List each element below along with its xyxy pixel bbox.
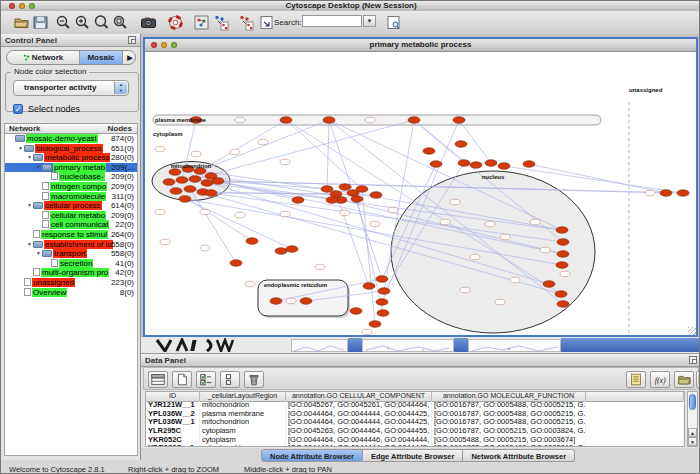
tab-edge-attribute-browser[interactable]: Edge Attribute Browser [363, 449, 463, 462]
unselected-node[interactable] [460, 287, 470, 293]
unselected-node[interactable] [230, 149, 240, 155]
table-row[interactable]: YDR039C__1mitochondrion[GO:0044464, GO:0… [146, 444, 684, 447]
network-node[interactable] [377, 310, 389, 317]
network-node[interactable] [275, 248, 287, 255]
unselected-node[interactable] [362, 329, 372, 335]
zoom-selected-icon[interactable] [112, 14, 129, 31]
tab-node-attribute-browser[interactable]: Node Attribute Browser [261, 449, 363, 462]
network-node[interactable] [498, 163, 510, 170]
network-node[interactable] [170, 188, 182, 195]
tree-item-transport[interactable]: ▼transport558(0) [5, 249, 137, 259]
layout-blue-nodes-icon[interactable] [213, 14, 230, 31]
unselected-node[interactable] [388, 207, 398, 213]
disclosure-triangle-icon[interactable]: ▼ [26, 201, 33, 211]
network-node[interactable] [543, 281, 555, 288]
network-node[interactable] [330, 191, 342, 198]
network-node[interactable] [556, 227, 568, 234]
network-node[interactable] [212, 178, 224, 185]
disclosure-triangle-icon[interactable]: ▼ [35, 163, 42, 173]
tree-item-response-to-stimul[interactable]: response to stimul264(0) [5, 230, 137, 240]
save-icon[interactable] [32, 14, 49, 31]
unselected-node[interactable] [200, 245, 210, 251]
unselected-node[interactable] [540, 247, 550, 253]
unselected-node[interactable] [258, 139, 268, 145]
network-node[interactable] [557, 239, 569, 246]
tree-item-metabolic-process[interactable]: ▼metabolic process280(0) [5, 153, 137, 163]
network-node[interactable] [423, 148, 435, 155]
network-node[interactable] [300, 298, 312, 305]
table-row[interactable]: YJR121W__1mitochondrion[GO:0045267, GO:0… [146, 401, 684, 410]
unselected-node[interactable] [485, 221, 495, 227]
unselected-node[interactable] [160, 239, 170, 245]
network-edge[interactable] [200, 120, 329, 171]
network-node[interactable] [660, 190, 672, 197]
network-node[interactable] [430, 161, 442, 168]
network-node[interactable] [458, 160, 470, 167]
network-node[interactable] [408, 117, 420, 124]
network-node[interactable] [280, 117, 292, 124]
network-node[interactable] [246, 238, 258, 245]
network-edge[interactable] [185, 199, 292, 249]
tree-item-cellular-process[interactable]: ▼cellular process614(0) [5, 201, 137, 211]
select-attributes-checklist-icon[interactable] [196, 371, 216, 388]
node-color-dropdown[interactable]: transporter activity ▲▼ [13, 80, 129, 96]
annotation-notes-icon[interactable] [626, 371, 646, 388]
zoom-out-icon[interactable] [55, 14, 72, 31]
column-header-annotation.GO MOLECULAR_FUNCTION[interactable]: annotation.GO MOLECULAR_FUNCTION [432, 392, 586, 401]
search-input[interactable] [302, 15, 362, 27]
network-node[interactable] [356, 186, 368, 193]
tree-item-multi-organism-pro[interactable]: multi-organism pro42(0) [5, 268, 137, 278]
zoom-in-icon[interactable] [74, 14, 91, 31]
attribute-matrix-icon[interactable] [696, 371, 700, 388]
network-node[interactable] [555, 291, 567, 298]
network-node[interactable] [169, 169, 181, 176]
network-canvas[interactable]: plasma membranecytoplasmmitochondrionnuc… [145, 52, 696, 335]
network-node[interactable] [523, 161, 535, 168]
network-node[interactable] [677, 190, 689, 197]
disclosure-triangle-icon[interactable]: ▼ [26, 153, 33, 163]
network-node[interactable] [326, 197, 338, 204]
unselected-node[interactable] [450, 199, 460, 205]
network-node[interactable] [470, 162, 482, 169]
network-node[interactable] [286, 246, 298, 253]
attribute-function-fx-icon[interactable]: f(x) [650, 371, 670, 388]
network-node[interactable] [163, 179, 175, 186]
unselected-node[interactable] [155, 209, 165, 215]
attribute-table-icon[interactable] [148, 371, 168, 388]
tree-item-cell-communicat[interactable]: cell communicat22(0) [5, 220, 137, 230]
network-window-titlebar[interactable]: primary metabolic process [145, 39, 696, 52]
network-node[interactable] [557, 301, 569, 308]
network-node[interactable] [455, 141, 467, 148]
unselected-node[interactable] [191, 151, 201, 157]
disclosure-triangle-icon[interactable]: ▼ [17, 144, 24, 154]
unselected-node[interactable] [645, 190, 655, 196]
network-node[interactable] [230, 260, 242, 267]
network-node[interactable] [292, 197, 304, 204]
network-view-icon[interactable] [193, 14, 210, 31]
search-dropdown-icon[interactable]: ▼ [363, 15, 376, 27]
unselected-node[interactable] [280, 159, 290, 165]
disclosure-triangle-icon[interactable]: ▼ [26, 240, 33, 250]
network-edge[interactable] [327, 120, 329, 189]
table-row[interactable]: YKR052Ccytoplasm[GO:0044464, GO:0044446,… [146, 436, 684, 445]
unselected-node[interactable] [495, 299, 505, 305]
network-node[interactable] [201, 180, 213, 187]
advanced-search-icon[interactable] [385, 14, 402, 31]
network-node[interactable] [369, 321, 381, 328]
scroll-down-icon[interactable]: ▼ [688, 437, 697, 446]
network-node[interactable] [370, 192, 382, 199]
network-node[interactable] [351, 196, 363, 203]
open-folder-icon[interactable] [13, 14, 30, 31]
table-row[interactable]: YLR295Ccytoplasm[GO:0045263, GO:0044464,… [146, 427, 684, 436]
float-panel-icon[interactable] [128, 36, 136, 44]
network-node[interactable] [556, 262, 568, 269]
tree-item-macromolecule[interactable]: macromolecule311(0) [5, 192, 137, 202]
unselected-node[interactable] [155, 146, 165, 152]
unselected-node[interactable] [280, 211, 290, 217]
network-node[interactable] [363, 283, 375, 290]
network-node[interactable] [376, 299, 388, 306]
column-header-_cellularLayoutRegion[interactable]: _cellularLayoutRegion [200, 392, 286, 401]
unselected-node[interactable] [235, 212, 245, 218]
unselected-node[interactable] [340, 210, 350, 216]
unselected-node[interactable] [365, 117, 375, 123]
